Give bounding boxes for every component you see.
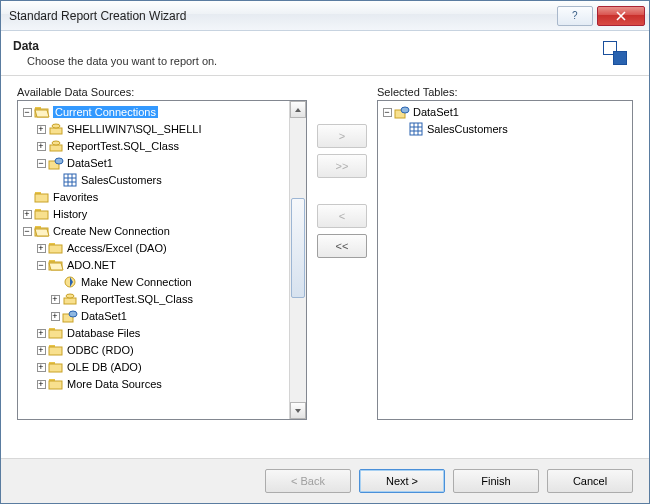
tree-node-history[interactable]: + History bbox=[20, 205, 306, 222]
scrollbar[interactable] bbox=[289, 101, 306, 419]
svg-marker-3 bbox=[35, 110, 49, 117]
tree-node-access-excel[interactable]: + Access/Excel (DAO) bbox=[20, 239, 306, 256]
dataset-icon bbox=[62, 308, 78, 324]
scroll-up-button[interactable] bbox=[290, 101, 306, 118]
expand-toggle[interactable]: + bbox=[34, 327, 48, 338]
folder-open-icon bbox=[48, 257, 64, 273]
finish-button[interactable]: Finish bbox=[453, 469, 539, 493]
expand-toggle[interactable]: + bbox=[34, 378, 48, 389]
tree-node-favorites[interactable]: Favorites bbox=[20, 188, 306, 205]
folder-icon bbox=[34, 206, 50, 222]
scroll-down-button[interactable] bbox=[290, 402, 306, 419]
scroll-track[interactable] bbox=[290, 118, 306, 402]
cancel-button[interactable]: Cancel bbox=[547, 469, 633, 493]
tree-node-salescustomers[interactable]: SalesCustomers bbox=[20, 171, 306, 188]
expand-toggle[interactable]: + bbox=[34, 344, 48, 355]
help-button[interactable]: ? bbox=[557, 6, 593, 26]
tree-node-database-files[interactable]: + Database Files bbox=[20, 324, 306, 341]
tree-node-shelliwin7[interactable]: + SHELLIWIN7\SQL_SHELLI bbox=[20, 120, 306, 137]
selected-tree-wrap: − DataSet1 SalesCustomers bbox=[377, 100, 633, 420]
header-decor-icon bbox=[603, 41, 629, 67]
expand-toggle[interactable]: + bbox=[34, 123, 48, 134]
expand-toggle[interactable]: + bbox=[48, 293, 62, 304]
expand-toggle[interactable]: + bbox=[34, 140, 48, 151]
tree-node-make-new-connection[interactable]: Make New Connection bbox=[20, 273, 306, 290]
tree-node-dataset1[interactable]: − DataSet1 bbox=[20, 154, 306, 171]
folder-icon bbox=[34, 189, 50, 205]
node-label: Current Connections bbox=[53, 106, 158, 118]
tree-node-create-new-connection[interactable]: − Create New Connection bbox=[20, 222, 306, 239]
node-label: SHELLIWIN7\SQL_SHELLI bbox=[67, 123, 202, 135]
expand-toggle[interactable]: − bbox=[20, 225, 34, 236]
tree-node-reporttest2[interactable]: + ReportTest.SQL_Class bbox=[20, 290, 306, 307]
node-label: SalesCustomers bbox=[427, 123, 508, 135]
available-label: Available Data Sources: bbox=[17, 86, 307, 98]
svg-rect-37 bbox=[49, 364, 62, 372]
connection-icon bbox=[48, 121, 64, 137]
folder-icon bbox=[48, 359, 64, 375]
back-button[interactable]: < Back bbox=[265, 469, 351, 493]
connection-icon bbox=[48, 138, 64, 154]
tree-node-selected-dataset[interactable]: − DataSet1 bbox=[380, 103, 632, 120]
svg-point-9 bbox=[55, 158, 63, 164]
expand-toggle[interactable]: − bbox=[34, 157, 48, 168]
expand-toggle[interactable]: + bbox=[48, 310, 62, 321]
expand-toggle[interactable]: + bbox=[34, 242, 48, 253]
table-icon bbox=[408, 121, 424, 137]
dataset-icon bbox=[394, 104, 410, 120]
wizard-window: Standard Report Creation Wizard ? Data C… bbox=[0, 0, 650, 504]
node-label: History bbox=[53, 208, 87, 220]
svg-rect-18 bbox=[35, 211, 48, 219]
next-button[interactable]: Next > bbox=[359, 469, 445, 493]
titlebar: Standard Report Creation Wizard ? bbox=[1, 1, 649, 31]
svg-rect-33 bbox=[49, 330, 62, 338]
expand-toggle[interactable]: − bbox=[34, 259, 48, 270]
svg-rect-23 bbox=[49, 245, 62, 253]
folder-open-icon bbox=[34, 223, 50, 239]
expand-toggle[interactable]: + bbox=[34, 361, 48, 372]
tree-node-current-connections[interactable]: − Current Connections bbox=[20, 103, 306, 120]
tree-node-odbc[interactable]: + ODBC (RDO) bbox=[20, 341, 306, 358]
selected-tree[interactable]: − DataSet1 SalesCustomers bbox=[378, 101, 632, 419]
remove-button[interactable]: < bbox=[317, 204, 367, 228]
svg-rect-6 bbox=[50, 145, 62, 151]
add-all-button[interactable]: >> bbox=[317, 154, 367, 178]
svg-rect-42 bbox=[410, 123, 422, 135]
dataset-icon bbox=[48, 155, 64, 171]
expand-toggle[interactable]: − bbox=[380, 106, 394, 117]
expand-toggle[interactable]: − bbox=[20, 106, 34, 117]
svg-rect-4 bbox=[50, 128, 62, 134]
node-label: ReportTest.SQL_Class bbox=[81, 293, 193, 305]
close-button[interactable] bbox=[597, 6, 645, 26]
folder-icon bbox=[48, 376, 64, 392]
svg-rect-39 bbox=[49, 381, 62, 389]
svg-marker-21 bbox=[35, 229, 49, 236]
add-button[interactable]: > bbox=[317, 124, 367, 148]
tree-node-dataset1b[interactable]: + DataSet1 bbox=[20, 307, 306, 324]
tree-node-oledb[interactable]: + OLE DB (ADO) bbox=[20, 358, 306, 375]
node-label: Create New Connection bbox=[53, 225, 170, 237]
wizard-footer: < Back Next > Finish Cancel bbox=[1, 458, 649, 503]
svg-rect-35 bbox=[49, 347, 62, 355]
folder-icon bbox=[48, 325, 64, 341]
scroll-thumb[interactable] bbox=[291, 198, 305, 298]
transfer-buttons: > >> < << bbox=[307, 86, 377, 454]
folder-icon bbox=[48, 342, 64, 358]
tree-node-more-data-sources[interactable]: + More Data Sources bbox=[20, 375, 306, 392]
node-label: DataSet1 bbox=[413, 106, 459, 118]
svg-rect-28 bbox=[64, 298, 76, 304]
node-label: More Data Sources bbox=[67, 378, 162, 390]
tree-node-reporttest[interactable]: + ReportTest.SQL_Class bbox=[20, 137, 306, 154]
wizard-body: Available Data Sources: − Current Connec… bbox=[1, 76, 649, 458]
svg-point-29 bbox=[66, 294, 74, 298]
node-label: SalesCustomers bbox=[81, 174, 162, 186]
available-tree[interactable]: − Current Connections + SHELLIWIN7\SQL_S… bbox=[18, 101, 306, 419]
tree-node-selected-table[interactable]: SalesCustomers bbox=[380, 120, 632, 137]
svg-point-41 bbox=[401, 107, 409, 113]
remove-all-button[interactable]: << bbox=[317, 234, 367, 258]
node-label: Database Files bbox=[67, 327, 140, 339]
selected-label: Selected Tables: bbox=[377, 86, 633, 98]
expand-toggle[interactable]: + bbox=[20, 208, 34, 219]
tree-node-adonet[interactable]: − ADO.NET bbox=[20, 256, 306, 273]
node-label: ADO.NET bbox=[67, 259, 116, 271]
